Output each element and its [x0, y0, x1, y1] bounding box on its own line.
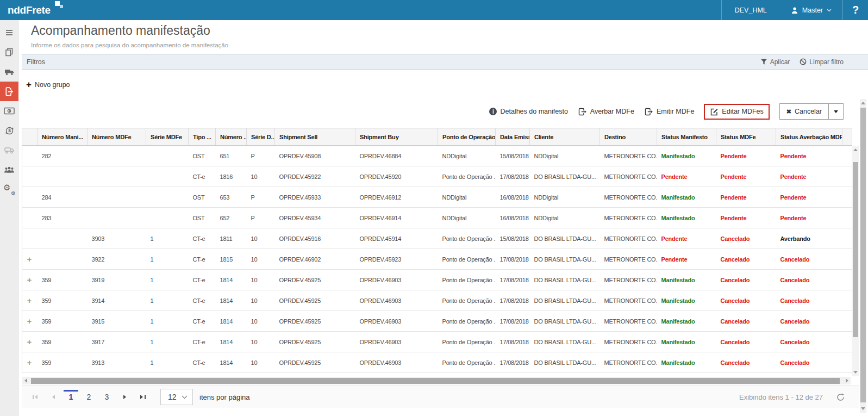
column-header[interactable]: Shipment Buy — [355, 128, 438, 146]
scroll-down-arrow-icon[interactable] — [861, 407, 865, 410]
menu-icon — [4, 28, 14, 38]
expand-plus-icon[interactable]: + — [27, 337, 32, 346]
expand-cell[interactable]: + — [22, 270, 38, 290]
sidebar-item-freight-truck[interactable] — [0, 140, 18, 160]
cell: 17/08/2018 1... — [496, 249, 530, 270]
help-button[interactable]: ? — [843, 0, 868, 20]
column-filler — [842, 128, 852, 146]
cell: Ponto de Operação ... — [438, 166, 496, 187]
column-header[interactable]: Ponto de Operação — [438, 128, 496, 146]
table-row[interactable]: +35939141CT-e181410OPRDEV.45925OPRDEV.46… — [22, 290, 852, 311]
page-button-3[interactable]: 3 — [98, 386, 116, 408]
table-row[interactable]: +35939191CT-e181410OPRDEV.45925OPRDEV.46… — [22, 270, 852, 290]
page-button-1[interactable]: 1 — [62, 386, 80, 408]
last-page-button[interactable] — [134, 386, 152, 408]
first-page-button[interactable] — [26, 386, 44, 408]
clear-filter-button[interactable]: Limpar filtro — [800, 58, 844, 66]
new-group-button[interactable]: + Novo grupo — [26, 81, 70, 89]
cell: Cancelado — [776, 270, 842, 290]
more-actions-dropdown-button[interactable] — [828, 104, 843, 119]
next-page-button[interactable] — [116, 386, 134, 408]
scrollbar-thumb[interactable] — [31, 378, 840, 384]
sidebar-item-banknote[interactable]: 1 — [0, 101, 18, 121]
cancel-button[interactable]: ✖ Cancelar — [780, 104, 828, 119]
expand-plus-icon[interactable]: + — [27, 358, 32, 367]
expand-plus-icon[interactable]: + — [27, 296, 32, 305]
scrollbar-thumb[interactable] — [853, 162, 858, 337]
sidebar-item-manifest-export[interactable] — [0, 82, 18, 101]
scroll-right-arrow-icon[interactable] — [846, 378, 848, 383]
table-horizontal-scrollbar[interactable] — [22, 377, 851, 384]
cancel-label: Cancelar — [795, 108, 822, 115]
column-header[interactable]: Série MDFe — [146, 128, 189, 146]
table-row[interactable]: 282OST651POPRDEV.45908OPRDEV.46884NDDigi… — [22, 146, 852, 166]
sidebar-item-documents[interactable] — [0, 42, 18, 62]
page-vertical-scrollbar[interactable] — [860, 99, 866, 413]
cell: OPRDEV.45914 — [355, 228, 438, 249]
cell: 1 — [146, 228, 189, 249]
column-header[interactable]: Status Manifesto — [657, 128, 716, 146]
table-row[interactable]: +39221CT-e181510OPRDEV.46902OPRDEV.45923… — [22, 249, 852, 270]
column-header[interactable]: Série D... — [247, 128, 275, 146]
expand-cell[interactable]: + — [22, 311, 38, 332]
cell: Cancelado — [716, 228, 776, 249]
column-header[interactable]: Número MDFe — [88, 128, 146, 146]
cell: 17/08/2018 1... — [496, 332, 530, 352]
table-vertical-scrollbar[interactable] — [852, 146, 859, 376]
manifest-details-button[interactable]: i Detalhes do manifesto — [489, 108, 567, 115]
topbar-right: DEV_HML Master ? — [721, 0, 868, 20]
scroll-up-arrow-icon[interactable] — [861, 102, 865, 104]
user-menu[interactable]: Master — [780, 7, 842, 14]
averbar-mdfe-button[interactable]: Averbar MDFe — [578, 108, 634, 116]
scrollbar-thumb[interactable] — [860, 108, 866, 402]
previous-page-button[interactable] — [44, 386, 62, 408]
expand-plus-icon[interactable]: + — [27, 254, 32, 264]
column-header[interactable]: Número Mani... — [38, 128, 88, 146]
page-size-select[interactable]: 12 — [160, 389, 193, 405]
refresh-icon[interactable] — [836, 393, 845, 402]
column-header[interactable]: Status MDFe — [716, 128, 776, 146]
expand-plus-icon[interactable]: + — [27, 316, 32, 326]
table-row[interactable]: 284OST653POPRDEV.45933OPRDEV.46912NDDigi… — [22, 187, 852, 208]
sidebar-item-truck[interactable] — [0, 62, 18, 82]
emitir-mdfe-button[interactable]: Emitir MDFe — [644, 108, 694, 116]
scroll-up-arrow-icon[interactable] — [853, 148, 858, 151]
expand-cell[interactable]: + — [22, 352, 38, 373]
table-row[interactable]: CT-e181610OPRDEV.45922OPRDEV.45920Ponto … — [22, 166, 852, 187]
scroll-left-arrow-icon[interactable] — [24, 378, 27, 383]
grid-toolbar: i Detalhes do manifesto Averbar MDFe Emi… — [489, 102, 844, 121]
page-button-2[interactable]: 2 — [80, 386, 98, 408]
cell: Manifestado — [657, 187, 716, 208]
cell: OPRDEV.45925 — [275, 332, 355, 352]
sidebar-item-money-exchange[interactable]: $ — [0, 121, 18, 140]
column-header[interactable]: Número ... — [216, 128, 247, 146]
sidebar-item-users[interactable] — [0, 160, 18, 179]
expand-plus-icon[interactable]: + — [27, 275, 32, 284]
sidebar-item-menu[interactable] — [0, 23, 18, 42]
column-header[interactable]: Data Emissã... — [496, 128, 530, 146]
table-row[interactable]: 283OST652POPRDEV.45934OPRDEV.46914NDDigi… — [22, 208, 852, 228]
expand-cell[interactable]: + — [22, 249, 38, 270]
column-header[interactable]: Cliente — [530, 128, 600, 146]
table-row[interactable]: +35939131CT-e181410OPRDEV.45925OPRDEV.46… — [22, 352, 852, 373]
sidebar-item-settings[interactable]: ⚙⚙ — [0, 179, 18, 199]
cell: Cancelado — [716, 290, 776, 311]
app-logo[interactable]: nddFrete — [8, 4, 59, 16]
manifest-grid: Número Mani...Número MDFeSérie MDFeTipo … — [22, 128, 859, 376]
column-header[interactable]: Shipment Sell — [275, 128, 355, 146]
cell: Pendente — [657, 228, 716, 249]
table-row[interactable]: +35939171CT-e181410OPRDEV.45925OPRDEV.46… — [22, 332, 852, 352]
cell: 3913 — [88, 352, 146, 373]
table-row[interactable]: 39031CT-e181110OPRDEV.45916OPRDEV.45914P… — [22, 228, 852, 249]
apply-filter-button[interactable]: Aplicar — [760, 58, 790, 66]
column-header[interactable]: Status Averbação MDFe↑ — [776, 128, 842, 146]
cell: Manifestado — [657, 290, 716, 311]
column-header[interactable]: Tipo ... — [189, 128, 216, 146]
table-row[interactable]: +35939151CT-e181410OPRDEV.45925OPRDEV.46… — [22, 311, 852, 332]
editar-mdfes-button[interactable]: Editar MDFes — [710, 108, 763, 116]
cell: OPRDEV.46903 — [355, 270, 438, 290]
expand-cell[interactable]: + — [22, 290, 38, 311]
column-header[interactable]: Destino — [600, 128, 657, 146]
scroll-down-arrow-icon[interactable] — [853, 371, 858, 374]
expand-cell[interactable]: + — [22, 332, 38, 352]
